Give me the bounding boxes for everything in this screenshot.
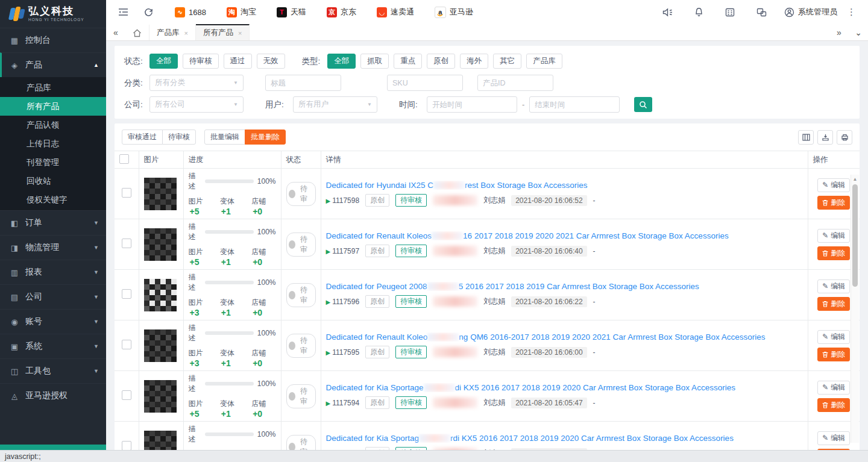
sidebar-item-system[interactable]: ▣系统▼ (0, 334, 106, 358)
select-all-checkbox[interactable] (119, 154, 129, 164)
company-select[interactable]: 所有公司 ▼ (149, 96, 244, 113)
pending-review-button[interactable]: 待审核 (162, 130, 196, 145)
sidebar-subitem-产品库[interactable]: 产品库 (0, 78, 106, 97)
product-title-link[interactable]: Dedicated for Kia Sportagrdi KX5 2016 20… (326, 434, 803, 443)
refresh-icon[interactable] (140, 4, 157, 20)
search-button[interactable] (634, 97, 652, 112)
sidebar-item-account[interactable]: ◉账号▼ (0, 309, 106, 334)
type-option-重点[interactable]: 重点 (394, 54, 422, 69)
product-thumbnail[interactable] (144, 380, 177, 413)
table-scrollbar[interactable]: ▲ (851, 175, 859, 443)
tabs-scroll-left-icon[interactable]: « (106, 24, 125, 40)
sidebar-subitem-侵权关键字[interactable]: 侵权关键字 (0, 190, 106, 209)
product-id-input[interactable] (477, 75, 553, 91)
tab-product-library[interactable]: 产品库 × (149, 24, 196, 40)
tab-home[interactable] (125, 24, 149, 40)
status-option-无效[interactable]: 无效 (257, 54, 285, 69)
product-title-link[interactable]: Dedicated for Renault Koleos16 2017 2018… (326, 231, 803, 240)
product-title-link[interactable]: Dedicated for Kia Sportagedi KX5 2016 20… (326, 383, 803, 392)
type-option-抓取[interactable]: 抓取 (360, 54, 389, 69)
edit-button[interactable]: ✎编辑 (817, 330, 850, 344)
more-vertical-icon[interactable]: ⋮ (843, 7, 860, 17)
columns-icon[interactable] (798, 130, 814, 145)
product-title-link[interactable]: Dedicated for Renault Koleong QM6 2016-2… (326, 332, 803, 342)
delete-button[interactable]: 删除 (817, 398, 850, 412)
edit-button[interactable]: ✎编辑 (817, 431, 850, 445)
row-checkbox[interactable] (122, 239, 131, 248)
batch-delete-button[interactable]: 批量删除 (245, 130, 286, 145)
sidebar-subitem-所有产品[interactable]: 所有产品 (0, 97, 106, 116)
row-checkbox[interactable] (122, 390, 131, 400)
type-option-全部[interactable]: 全部 (327, 54, 356, 69)
batch-edit-button[interactable]: 批量编辑 (204, 130, 245, 145)
status-option-通过[interactable]: 通过 (224, 54, 252, 69)
marketplace-1688[interactable]: ∿1688 (175, 7, 206, 17)
row-checkbox[interactable] (122, 441, 131, 451)
row-checkbox[interactable] (122, 289, 131, 299)
end-time-input[interactable] (529, 96, 620, 113)
delete-button[interactable]: 删除 (817, 196, 850, 210)
scrollbar-up-icon[interactable]: ▲ (851, 175, 859, 182)
product-thumbnail[interactable] (144, 279, 177, 311)
play-icon[interactable]: ▶ (326, 299, 331, 305)
category-select[interactable]: 所有分类 ▼ (149, 75, 244, 91)
product-thumbnail[interactable] (144, 329, 177, 362)
sidebar-item-orders[interactable]: ◧订单▼ (0, 210, 106, 235)
approve-button[interactable]: 审核通过 (122, 130, 163, 145)
edit-button[interactable]: ✎编辑 (817, 381, 850, 395)
marketplace-京东[interactable]: 京京东 (327, 7, 356, 17)
type-option-海外[interactable]: 海外 (460, 54, 488, 69)
edit-button[interactable]: ✎编辑 (817, 279, 850, 293)
user-menu[interactable]: 系统管理员 (784, 7, 837, 17)
marketplace-亚马逊[interactable]: a亚马逊 (435, 7, 473, 18)
type-option-其它[interactable]: 其它 (493, 54, 521, 69)
speaker-icon[interactable] (659, 4, 676, 20)
sidebar-item-dashboard[interactable]: ▦控制台 (0, 28, 106, 52)
title-input[interactable] (265, 75, 341, 91)
marketplace-天猫[interactable]: T天猫 (277, 7, 306, 17)
status-option-全部[interactable]: 全部 (149, 54, 178, 69)
play-icon[interactable]: ▶ (326, 400, 331, 407)
play-icon[interactable]: ▶ (326, 349, 331, 356)
marketplace-速卖通[interactable]: ◡速卖通 (377, 7, 414, 17)
close-icon[interactable]: × (238, 30, 242, 37)
sidebar-subitem-刊登管理[interactable]: 刊登管理 (0, 153, 106, 172)
delete-button[interactable]: 删除 (817, 348, 850, 361)
tabs-scroll-right-icon[interactable]: » (829, 24, 849, 40)
sidebar-item-logistics[interactable]: ◨物流管理▼ (0, 235, 106, 260)
type-option-产品库[interactable]: 产品库 (526, 54, 562, 69)
status-option-待审核[interactable]: 待审核 (183, 54, 219, 69)
edit-button[interactable]: ✎编辑 (817, 229, 850, 243)
row-checkbox[interactable] (122, 340, 131, 349)
print-icon[interactable] (837, 130, 852, 145)
edit-button[interactable]: ✎编辑 (817, 178, 850, 192)
tab-all-products[interactable]: 所有产品 × (196, 24, 250, 40)
play-icon[interactable]: ▶ (326, 248, 331, 255)
user-select[interactable]: 所有用户 ▼ (293, 96, 377, 113)
sidebar-subitem-回收站[interactable]: 回收站 (0, 172, 106, 190)
sidebar-item-company[interactable]: ▤公司▼ (0, 284, 106, 309)
play-icon[interactable]: ▶ (326, 198, 331, 204)
product-thumbnail[interactable] (144, 228, 177, 261)
bell-icon[interactable] (690, 4, 707, 20)
tabs-dropdown-icon[interactable]: ⌄ (849, 24, 868, 40)
delete-button[interactable]: 删除 (817, 246, 850, 260)
export-icon[interactable] (817, 130, 833, 145)
start-time-input[interactable] (427, 96, 517, 113)
collapse-menu-icon[interactable] (115, 4, 131, 20)
close-icon[interactable]: × (184, 30, 188, 37)
row-checkbox[interactable] (122, 188, 131, 198)
sidebar-item-reports[interactable]: ▥报表▼ (0, 260, 106, 284)
switch-icon[interactable] (753, 4, 770, 20)
product-title-link[interactable]: Dedicated for Peugeot 20085 2016 2017 20… (326, 282, 803, 291)
product-thumbnail[interactable] (144, 178, 177, 210)
type-option-原创[interactable]: 原创 (427, 54, 455, 69)
apps-grid-icon[interactable] (722, 4, 738, 20)
sidebar-subitem-上传日志[interactable]: 上传日志 (0, 134, 106, 153)
sidebar-subitem-产品认领[interactable]: 产品认领 (0, 116, 106, 134)
product-title-link[interactable]: Dedicated for Hyundai IX25 Crest Box Sto… (326, 181, 803, 190)
sidebar-item-toolkit[interactable]: ◫工具包▼ (0, 358, 106, 383)
sidebar-item-product[interactable]: ◈产品▲ (0, 52, 106, 77)
sidebar-item-amazon-auth[interactable]: ◬亚马逊授权 (0, 383, 106, 408)
delete-button[interactable]: 删除 (817, 297, 850, 311)
